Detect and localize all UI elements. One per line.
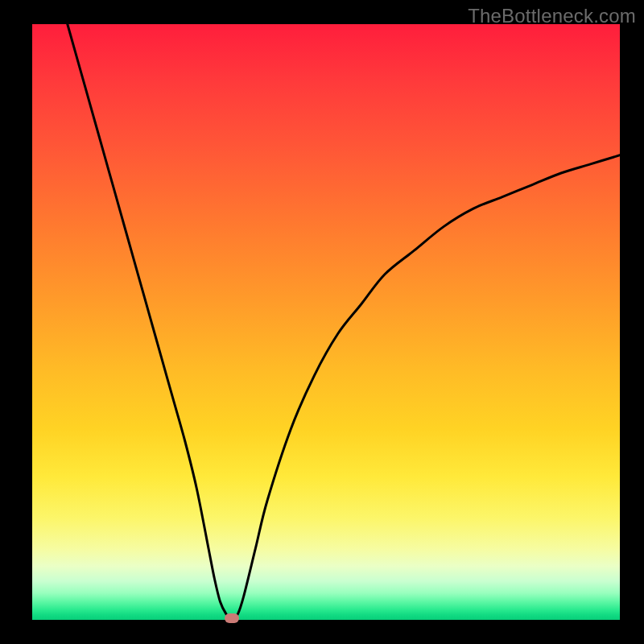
optimum-marker <box>225 613 239 623</box>
bottleneck-curve <box>68 24 620 620</box>
chart-frame: TheBottleneck.com <box>0 0 644 644</box>
curve-layer <box>32 24 620 620</box>
plot-area <box>32 24 620 620</box>
watermark-text: TheBottleneck.com <box>468 5 636 27</box>
